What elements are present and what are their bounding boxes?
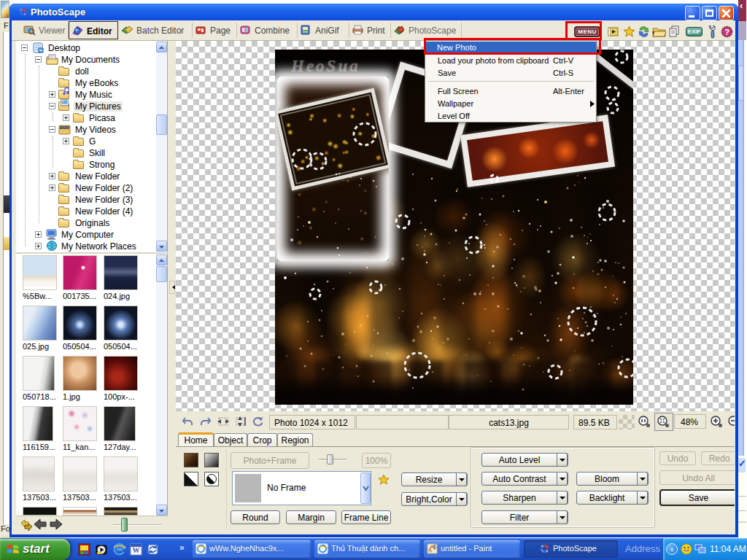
svg-text:W: W: [133, 546, 140, 554]
svg-text:?: ?: [724, 28, 729, 36]
